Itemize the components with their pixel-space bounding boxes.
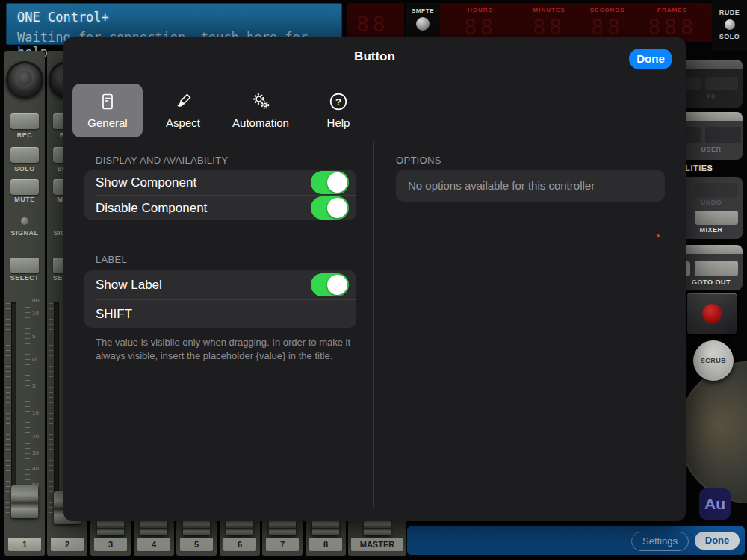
timecode-seconds: SECONDS 88 (577, 3, 637, 40)
fader-ticks (6, 303, 10, 515)
bottom-action-bar: Settings Done (407, 526, 745, 555)
goto-panel: GOTO OUT (680, 245, 743, 290)
fkey-button[interactable] (686, 77, 701, 90)
panel-header-strip (680, 112, 743, 121)
user-panel: USER (680, 112, 743, 160)
solo-label: SOLO (712, 33, 747, 40)
smpte-indicator: SMPTE (406, 3, 440, 42)
display-section-header: DISPLAY AND AVAILABILITY (96, 155, 228, 166)
scrub-button[interactable]: SCRUB (693, 340, 734, 381)
scale-ticks (25, 302, 30, 517)
ghost-digits: 88 (356, 12, 389, 37)
disable-component-toggle[interactable] (311, 196, 349, 220)
scale-mark: 5 (32, 333, 35, 340)
channel-number-plate: 4 (137, 538, 170, 551)
timecode-minutes: MINUTES 88 (519, 3, 579, 40)
tab-label: General (87, 116, 127, 129)
channel-number-plate: 6 (223, 538, 256, 551)
smpte-led (416, 17, 430, 31)
fader-handle[interactable] (11, 485, 38, 518)
header-divider (63, 75, 686, 75)
scale-db: dB (32, 297, 40, 304)
record-button[interactable] (687, 293, 737, 334)
fader-handle[interactable] (97, 520, 124, 535)
svg-text:?: ? (335, 96, 341, 108)
channel-number-plate: 5 (180, 538, 213, 551)
timecode-hours: HOURS 88 (450, 3, 510, 40)
user-button[interactable] (684, 127, 701, 143)
fader-handle[interactable] (226, 520, 253, 535)
channel-number-plate: 3 (94, 538, 127, 551)
utilities-panel: UNDO MIXER (680, 177, 743, 239)
label-settings-group: Show Label SHIFT (84, 270, 356, 328)
modal-done-button[interactable]: Done (629, 49, 672, 69)
mute-button[interactable] (10, 179, 39, 195)
settings-button[interactable]: Settings (631, 532, 689, 551)
fkey-label: F8 (680, 93, 743, 100)
channel-strip-4: 4 (134, 520, 174, 556)
gears-icon (251, 92, 270, 111)
fader-track[interactable] (54, 302, 59, 517)
show-component-toggle[interactable] (311, 171, 349, 194)
ghost-digits: 88 (450, 15, 510, 40)
fader-handle[interactable] (140, 520, 167, 535)
pan-knob[interactable] (6, 61, 43, 99)
tab-help[interactable]: ? Help (301, 84, 376, 137)
row-label: Show Label (96, 278, 162, 293)
options-section-header: OPTIONS (396, 155, 441, 166)
panel-header-strip (680, 60, 743, 69)
help-icon: ? (329, 92, 348, 111)
rec-button[interactable] (10, 113, 39, 129)
fkey-panel: F8 (680, 60, 743, 108)
goto-out-label: GOTO OUT (680, 279, 743, 286)
undo-button[interactable] (695, 183, 738, 197)
user-button[interactable] (705, 127, 741, 143)
audition-logo: Au (699, 488, 731, 520)
row-label: Show Component (96, 175, 196, 190)
timecode-display: HOURS 88 MINUTES 88 SECONDS 88 FRAMES 88… (440, 3, 712, 42)
scale-mark: 40 (32, 465, 39, 472)
fader-handle[interactable] (183, 520, 210, 535)
solo-button[interactable] (10, 147, 39, 163)
fader-handle[interactable] (312, 520, 339, 535)
document-icon (98, 92, 117, 111)
row-label: Disable Component (96, 201, 207, 216)
app-root: ONE Control+ Waiting for connection, tou… (0, 0, 747, 560)
ghost-digits: 88 (577, 15, 637, 40)
mixer-button[interactable] (695, 211, 738, 225)
channel-number-plate: 1 (8, 538, 41, 551)
channel-strip-7: 7 (262, 520, 303, 556)
tab-automation[interactable]: Automation (223, 84, 298, 137)
button-settings-modal: Button Done General Aspect (63, 37, 686, 521)
solo-label: SOLO (4, 165, 45, 172)
tab-general[interactable]: General (72, 84, 143, 137)
scale-mark: 10 (32, 310, 39, 317)
scale-mark: 5 (32, 382, 35, 389)
fader-handle[interactable] (269, 520, 296, 535)
scale-mark: 20 (32, 433, 39, 440)
timecode-frames: FRAMES 888 (636, 3, 709, 40)
label-section-header: LABEL (96, 254, 127, 265)
options-empty-message: No options available for this controller (396, 170, 665, 202)
done-button[interactable]: Done (695, 532, 740, 550)
tab-aspect[interactable]: Aspect (146, 84, 220, 137)
tab-label: Help (327, 116, 350, 129)
signal-led (21, 217, 28, 225)
show-label-toggle[interactable] (311, 273, 349, 296)
fader-handle[interactable] (364, 520, 391, 535)
undo-label: UNDO (680, 199, 743, 206)
fkey-button[interactable] (705, 77, 738, 90)
channel-strip-1: REC SOLO MUTE SIGNAL SELECT dB 10 5 U 5 … (4, 51, 45, 556)
pane-divider (374, 142, 374, 508)
settings-row: Show Label (84, 270, 356, 299)
label-text-field[interactable]: SHIFT (84, 300, 356, 328)
settings-row: Show Component (84, 170, 356, 195)
mixer-label: MIXER (680, 226, 743, 234)
rude-solo-led (725, 19, 735, 30)
rude-label: RUDE (712, 9, 747, 16)
channel-strip-3: 3 (90, 520, 131, 556)
jog-wheel[interactable] (678, 361, 747, 503)
select-button[interactable] (10, 258, 39, 273)
fader-track[interactable] (11, 302, 16, 517)
goto-out-button[interactable] (695, 261, 738, 276)
